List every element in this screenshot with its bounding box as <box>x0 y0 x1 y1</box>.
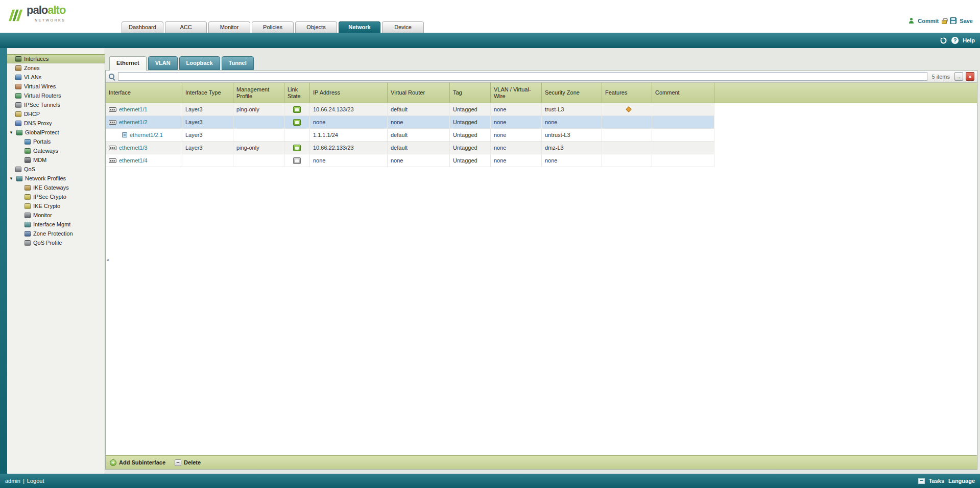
sidebar-item-mdm[interactable]: MDM <box>7 155 105 165</box>
interface-link[interactable]: ethernet1/2.1 <box>130 129 163 141</box>
subtab-vlan[interactable]: VLAN <box>148 56 178 70</box>
sidebar-item-label: Interfaces <box>24 56 49 62</box>
sidebar-item-zone-protection[interactable]: Zone Protection <box>7 229 105 238</box>
cell-interface: ethernet1/2.1 <box>106 129 182 141</box>
col-link-state[interactable]: Link State <box>284 83 310 103</box>
col-ip-address[interactable]: IP Address <box>310 83 388 103</box>
sidebar-item-gateways[interactable]: Gateways <box>7 146 105 155</box>
sidebar-item-interfaces[interactable]: Interfaces <box>7 54 105 63</box>
sidebar-collapse-handle[interactable] <box>105 252 110 268</box>
sidebar-item-interface-mgmt[interactable]: Interface Mgmt <box>7 220 105 229</box>
sidebar-item-ipsec-tunnels[interactable]: IPSec Tunnels <box>7 100 105 109</box>
col-comment[interactable]: Comment <box>652 83 714 103</box>
lock-icon[interactable] <box>942 20 947 24</box>
tab-acc[interactable]: ACC <box>165 21 207 33</box>
subtab-tunnel[interactable]: Tunnel <box>222 56 254 70</box>
cell-ip-address: 10.66.22.133/23 <box>310 142 388 154</box>
col-security-zone[interactable]: Security Zone <box>542 83 602 103</box>
ethernet-interface-icon <box>109 120 116 125</box>
help-link[interactable]: Help <box>963 37 975 43</box>
sidebar-item-ike-gateways[interactable]: IKE Gateways <box>7 183 105 192</box>
interface-link[interactable]: ethernet1/2 <box>119 116 148 128</box>
ethernet-interface-icon <box>109 146 116 150</box>
paloalto-logo-icon <box>6 8 23 23</box>
sidebar-item-ipsec-crypto[interactable]: IPSec Crypto <box>7 192 105 201</box>
collapse-arrow-icon[interactable] <box>9 176 14 181</box>
cell-management-profile <box>233 154 284 167</box>
logout-link[interactable]: Logout <box>27 478 44 484</box>
interface-link[interactable]: ethernet1/1 <box>119 103 148 115</box>
commit-button[interactable]: Commit <box>918 18 939 24</box>
sidebar-item-qos-profile[interactable]: QoS Profile <box>7 238 105 247</box>
table-row-ethernet1-3[interactable]: ethernet1/3 Layer3 ping-only 10.66.22.13… <box>106 142 714 154</box>
status-bar-right: Tasks Language <box>918 478 975 484</box>
clear-filter-button[interactable] <box>966 72 974 81</box>
delete-button[interactable]: Delete <box>175 459 201 466</box>
table-row-ethernet1-4[interactable]: ethernet1/4 none none Untagged none none <box>106 154 714 167</box>
col-vlan-virtual-wire[interactable]: VLAN / Virtual-Wire <box>491 83 542 103</box>
ipsec-tunnels-icon <box>15 102 21 108</box>
tab-device[interactable]: Device <box>382 21 424 33</box>
sidebar-item-dhcp[interactable]: DHCP <box>7 109 105 119</box>
filter-input[interactable] <box>118 72 927 81</box>
cell-ip-address: 1.1.1.1/24 <box>310 129 388 141</box>
sidebar-item-label: Virtual Routers <box>24 92 61 99</box>
table-row-ethernet1-2-1[interactable]: ethernet1/2.1 Layer3 1.1.1.1/24 default … <box>106 129 714 142</box>
table-row-ethernet1-1[interactable]: ethernet1/1 Layer3 ping-only 10.66.24.13… <box>106 103 714 116</box>
items-count: 5 items <box>930 74 952 80</box>
tab-objects[interactable]: Objects <box>295 21 337 33</box>
status-bar: admin | Logout Tasks Language <box>0 474 980 488</box>
col-tag[interactable]: Tag <box>450 83 491 103</box>
sidebar-item-zones[interactable]: Zones <box>7 63 105 73</box>
sidebar-item-globalprotect[interactable]: GlobalProtect <box>7 128 105 137</box>
vlans-icon <box>15 75 21 80</box>
cell-comment <box>652 116 714 128</box>
sidebar-item-label: VLANs <box>24 74 41 80</box>
separator: | <box>23 478 25 484</box>
subtab-loopback[interactable]: Loopback <box>179 56 220 70</box>
ethernet-interface-icon <box>109 107 116 112</box>
cell-management-profile: ping-only <box>233 103 284 115</box>
sidebar-item-virtual-wires[interactable]: Virtual Wires <box>7 82 105 91</box>
cell-tag: Untagged <box>450 142 491 154</box>
col-virtual-router[interactable]: Virtual Router <box>388 83 450 103</box>
tab-monitor[interactable]: Monitor <box>208 21 250 33</box>
sidebar-item-virtual-routers[interactable]: Virtual Routers <box>7 91 105 100</box>
sidebar-item-portals[interactable]: Portals <box>7 137 105 146</box>
col-interface[interactable]: Interface <box>106 83 182 103</box>
col-management-profile[interactable]: Management Profile <box>233 83 284 103</box>
add-subinterface-button[interactable]: Add Subinterface <box>110 459 165 466</box>
tasks-button[interactable]: Tasks <box>929 478 944 484</box>
col-features[interactable]: Features <box>602 83 652 103</box>
collapse-arrow-icon[interactable] <box>9 130 14 135</box>
sidebar-item-monitor-profile[interactable]: Monitor <box>7 211 105 220</box>
interface-link[interactable]: ethernet1/3 <box>119 142 148 154</box>
sidebar-item-vlans[interactable]: VLANs <box>7 73 105 82</box>
interfaces-icon <box>15 56 21 62</box>
subtab-ethernet[interactable]: Ethernet <box>109 56 147 71</box>
help-icon[interactable] <box>951 37 959 44</box>
add-subinterface-label: Add Subinterface <box>119 459 165 466</box>
sidebar-item-dns-proxy[interactable]: DNS Proxy <box>7 119 105 128</box>
tab-network[interactable]: Network <box>339 21 380 33</box>
apply-filter-button[interactable] <box>954 72 963 81</box>
cell-link-state <box>284 129 310 141</box>
cell-tag: Untagged <box>450 154 491 167</box>
tab-policies[interactable]: Policies <box>252 21 294 33</box>
col-interface-type[interactable]: Interface Type <box>182 83 233 103</box>
sidebar-item-network-profiles[interactable]: Network Profiles <box>7 174 105 183</box>
sidebar-item-ike-crypto[interactable]: IKE Crypto <box>7 201 105 211</box>
status-bar-left: admin | Logout <box>5 478 44 484</box>
tab-dashboard[interactable]: Dashboard <box>122 21 163 33</box>
refresh-icon[interactable] <box>940 37 947 44</box>
language-button[interactable]: Language <box>948 478 975 484</box>
save-button[interactable]: Save <box>960 18 973 24</box>
middle-region: Interfaces Zones VLANs Virtual Wires Vir… <box>0 48 980 474</box>
interface-link[interactable]: ethernet1/4 <box>119 154 148 167</box>
cell-interface-type: Layer3 <box>182 103 233 115</box>
tasks-icon <box>918 478 925 484</box>
table-row-ethernet1-2[interactable]: ethernet1/2 Layer3 none none Untagged no… <box>106 116 714 129</box>
cell-vlan-virtual-wire: none <box>491 116 542 128</box>
sidebar-item-qos[interactable]: QoS <box>7 165 105 174</box>
sidebar-item-label: IPSec Crypto <box>33 194 66 200</box>
